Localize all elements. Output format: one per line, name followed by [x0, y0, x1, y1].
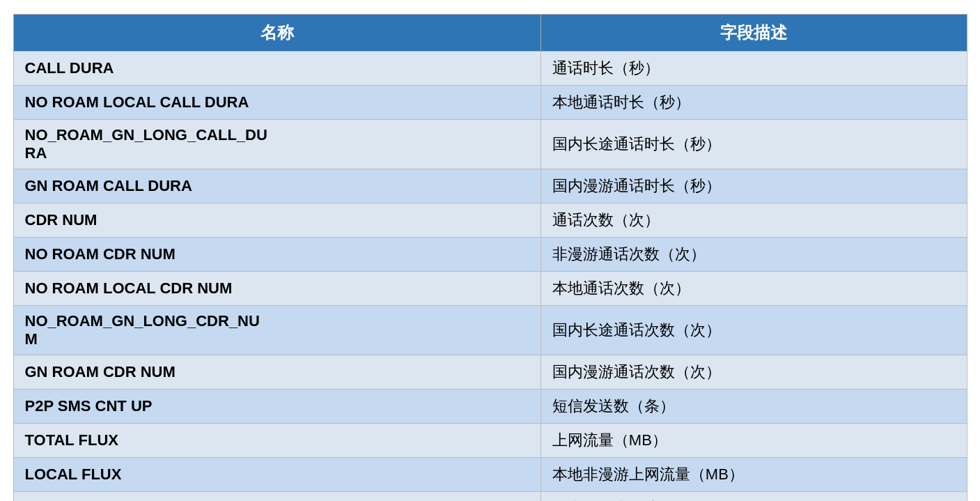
cell-description: 上网流量（MB）: [540, 424, 967, 458]
table-row: GN ROAM FLUX国内漫游上网流量（MB）: [13, 492, 967, 502]
cell-description: 通话次数（次）: [540, 203, 967, 238]
cell-description: 通话时长（秒）: [540, 52, 967, 86]
cell-description: 短信发送数（条）: [540, 390, 967, 424]
cell-name: NO_ROAM_GN_LONG_CALL_DU RA: [13, 120, 540, 169]
cell-name: NO ROAM CDR NUM: [13, 238, 540, 272]
table-row: NO_ROAM_GN_LONG_CDR_NU M国内长途通话次数（次）: [13, 306, 967, 355]
col-header-description: 字段描述: [540, 15, 967, 52]
table-row: GN ROAM CALL DURA国内漫游通话时长（秒）: [13, 169, 967, 203]
table-row: CDR NUM通话次数（次）: [13, 203, 967, 238]
cell-name: CALL DURA: [13, 52, 540, 86]
cell-name: TOTAL FLUX: [13, 424, 540, 458]
table-row: P2P SMS CNT UP短信发送数（条）: [13, 390, 967, 424]
cell-description: 国内漫游通话次数（次）: [540, 355, 967, 390]
data-table: 名称 字段描述 CALL DURA通话时长（秒）NO ROAM LOCAL CA…: [13, 14, 967, 501]
cell-description: 本地通话时长（秒）: [540, 86, 967, 120]
table-row: CALL DURA通话时长（秒）: [13, 52, 967, 86]
cell-name: GN ROAM CDR NUM: [13, 355, 540, 390]
table-row: NO ROAM LOCAL CDR NUM本地通话次数（次）: [13, 272, 967, 306]
cell-name: NO ROAM LOCAL CDR NUM: [13, 272, 540, 306]
table-row: GN ROAM CDR NUM国内漫游通话次数（次）: [13, 355, 967, 390]
cell-name: CDR NUM: [13, 203, 540, 238]
cell-name: P2P SMS CNT UP: [13, 390, 540, 424]
cell-name: GN ROAM CALL DURA: [13, 169, 540, 203]
cell-name: NO_ROAM_GN_LONG_CDR_NU M: [13, 306, 540, 355]
table-row: NO_ROAM_GN_LONG_CALL_DU RA国内长途通话时长（秒）: [13, 120, 967, 169]
table-row: NO ROAM LOCAL CALL DURA本地通话时长（秒）: [13, 86, 967, 120]
table-row: TOTAL FLUX上网流量（MB）: [13, 424, 967, 458]
cell-name: LOCAL FLUX: [13, 458, 540, 492]
cell-description: 非漫游通话次数（次）: [540, 238, 967, 272]
cell-description: 国内漫游上网流量（MB）: [540, 492, 967, 502]
cell-name: NO ROAM LOCAL CALL DURA: [13, 86, 540, 120]
cell-description: 本地通话次数（次）: [540, 272, 967, 306]
col-header-name: 名称: [13, 15, 540, 52]
cell-name: GN ROAM FLUX: [13, 492, 540, 502]
cell-description: 国内长途通话时长（秒）: [540, 120, 967, 169]
cell-description: 国内漫游通话时长（秒）: [540, 169, 967, 203]
cell-description: 本地非漫游上网流量（MB）: [540, 458, 967, 492]
table-row: NO ROAM CDR NUM非漫游通话次数（次）: [13, 238, 967, 272]
table-wrapper: 名称 字段描述 CALL DURA通话时长（秒）NO ROAM LOCAL CA…: [13, 14, 967, 501]
table-header-row: 名称 字段描述: [13, 15, 967, 52]
table-row: LOCAL FLUX本地非漫游上网流量（MB）: [13, 458, 967, 492]
cell-description: 国内长途通话次数（次）: [540, 306, 967, 355]
